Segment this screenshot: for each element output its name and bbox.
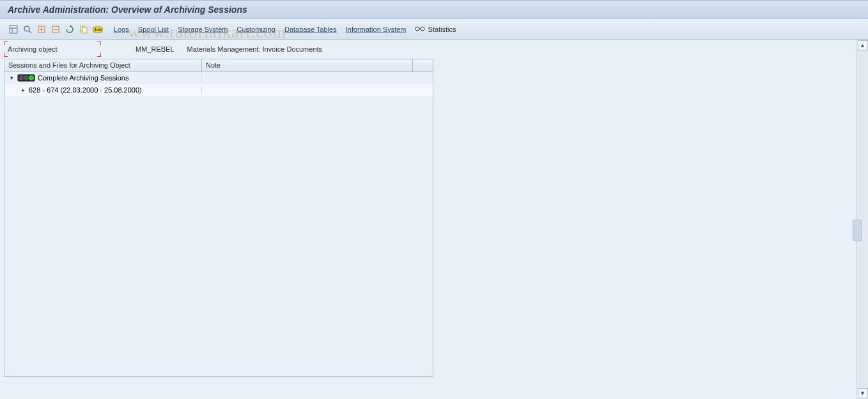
page-title: Archive Administration: Overview of Arch…: [8, 4, 247, 15]
archiving-object-row: Archiving object MM_REBEL Materials Mana…: [0, 40, 856, 59]
column-header-sessions[interactable]: Sessions and Files for Archiving Object: [4, 59, 202, 72]
tree-item-label: 628 - 674 (22.03.2000 - 25.08.2000): [29, 86, 142, 94]
content-wrapper: Archiving object MM_REBEL Materials Mana…: [0, 40, 868, 399]
scrollbar-handle[interactable]: [853, 220, 862, 241]
scroll-down-icon[interactable]: ▼: [858, 388, 868, 398]
svg-rect-8: [82, 27, 87, 33]
spool-list-button[interactable]: Spool List: [138, 26, 169, 33]
layout-icon[interactable]: [6, 22, 20, 36]
svg-line-4: [29, 31, 31, 33]
archiving-object-label: Archiving object: [8, 45, 58, 53]
refresh-icon[interactable]: [63, 22, 77, 36]
svg-point-3: [24, 26, 29, 31]
traffic-light-icon: [17, 74, 35, 82]
archiving-object-value: MM_REBEL: [100, 45, 174, 53]
expand-node-icon[interactable]: ▸: [20, 87, 26, 93]
svg-point-11: [415, 27, 419, 31]
scroll-up-icon[interactable]: ▲: [858, 40, 868, 50]
copy-icon[interactable]: [77, 22, 91, 36]
job-icon[interactable]: Job: [91, 22, 105, 36]
find-icon[interactable]: [20, 22, 35, 36]
statistics-label: Statistics: [428, 26, 456, 33]
statistics-button[interactable]: Statistics: [415, 26, 456, 33]
sessions-table: Sessions and Files for Archiving Object …: [4, 59, 433, 377]
glasses-icon: [415, 26, 425, 33]
information-system-button[interactable]: Information System: [346, 26, 407, 33]
collapse-node-icon[interactable]: ▾: [8, 75, 15, 81]
column-header-note[interactable]: Note: [202, 59, 413, 72]
collapse-icon[interactable]: [49, 22, 63, 36]
tree-item-row[interactable]: ▸ 628 - 674 (22.03.2000 - 25.08.2000): [4, 84, 433, 96]
svg-text:Job: Job: [94, 27, 102, 32]
svg-point-12: [421, 27, 424, 31]
logs-button[interactable]: Logs: [114, 26, 129, 33]
tree-root-row[interactable]: ▾ Complete Archiving Sessions: [4, 72, 433, 84]
expand-icon[interactable]: [35, 22, 49, 36]
svg-rect-0: [10, 26, 17, 33]
customizing-button[interactable]: Customizing: [236, 26, 275, 33]
tree-root-label: Complete Archiving Sessions: [38, 74, 128, 82]
database-tables-button[interactable]: Database Tables: [284, 26, 337, 33]
archiving-object-label-box: Archiving object: [5, 43, 100, 56]
vertical-scrollbar[interactable]: ▲ ▼: [856, 40, 868, 399]
table-body: ▾ Complete Archiving Sessions ▸ 628 - 67…: [4, 72, 433, 96]
title-bar: Archive Administration: Overview of Arch…: [0, 0, 868, 19]
storage-system-button[interactable]: Storage System: [178, 26, 228, 33]
column-header-rest: [413, 59, 433, 72]
table-header: Sessions and Files for Archiving Object …: [4, 59, 433, 72]
content-area: Archiving object MM_REBEL Materials Mana…: [0, 40, 856, 399]
toolbar-icon-group: Job: [6, 22, 105, 36]
archiving-object-description: Materials Management: Invoice Documents: [174, 45, 323, 53]
application-toolbar: Job Logs Spool List Storage System Custo…: [0, 19, 868, 40]
